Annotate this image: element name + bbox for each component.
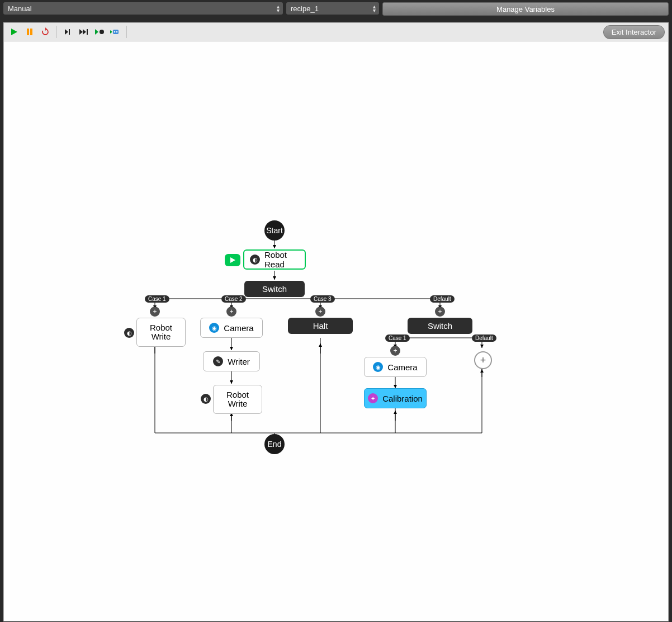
start-node[interactable]: Start bbox=[264, 220, 285, 241]
recipe-value: recipe_1 bbox=[291, 4, 319, 13]
case-pill[interactable]: Case 3 bbox=[310, 295, 335, 303]
add-step-button[interactable]: + bbox=[226, 307, 236, 317]
flowchart-canvas[interactable]: Start ◐ Robot Read Switch Case 1 Case 2 … bbox=[3, 41, 669, 621]
recipe-select[interactable]: recipe_1 ▴▾ bbox=[286, 2, 379, 15]
pause-icon bbox=[26, 28, 34, 36]
exit-label: Exit Interactor bbox=[612, 28, 656, 36]
robot-icon bbox=[110, 27, 120, 36]
robot-icon: ◐ bbox=[201, 394, 211, 404]
calibration-label: Calibration bbox=[382, 394, 423, 403]
svg-rect-8 bbox=[87, 29, 88, 35]
case-pill[interactable]: Default bbox=[430, 295, 455, 303]
toolbar-separator bbox=[126, 26, 127, 38]
writer-label: Writer bbox=[228, 357, 250, 366]
case-pill[interactable]: Case 1 bbox=[145, 295, 169, 303]
play-icon bbox=[10, 28, 18, 36]
run-to-icon bbox=[94, 28, 105, 36]
robot-write-node[interactable]: Robot Write bbox=[136, 318, 186, 347]
robot-icon: ◐ bbox=[124, 328, 134, 338]
svg-marker-7 bbox=[83, 29, 86, 35]
start-label: Start bbox=[266, 226, 283, 235]
add-step-button[interactable]: + bbox=[150, 307, 160, 317]
robot-step-button[interactable] bbox=[108, 25, 122, 39]
play-icon bbox=[229, 257, 236, 263]
camera-label: Camera bbox=[224, 323, 253, 333]
svg-point-10 bbox=[100, 30, 104, 34]
reset-button[interactable] bbox=[39, 25, 52, 39]
robot-read-label: Robot Read bbox=[264, 250, 299, 269]
robot-write-label: Robot Write bbox=[219, 390, 256, 409]
mode-value: Manual bbox=[8, 4, 32, 13]
toolbar-separator bbox=[56, 26, 57, 38]
camera-node[interactable]: ◉ Camera bbox=[364, 357, 427, 377]
svg-rect-1 bbox=[27, 29, 29, 35]
step-over-icon bbox=[64, 28, 73, 36]
mode-select[interactable]: Manual ▴▾ bbox=[3, 2, 283, 15]
chevron-up-down-icon: ▴▾ bbox=[277, 4, 280, 12]
svg-marker-9 bbox=[95, 29, 98, 35]
reset-icon bbox=[41, 27, 50, 36]
svg-marker-6 bbox=[79, 29, 83, 35]
end-node[interactable]: End bbox=[264, 434, 285, 454]
case-pill[interactable]: Case 1 bbox=[385, 334, 410, 342]
chevron-up-down-icon: ▴▾ bbox=[373, 4, 376, 12]
switch-label: Switch bbox=[428, 321, 452, 331]
svg-rect-5 bbox=[69, 29, 70, 35]
toolbar: Exit Interactor bbox=[3, 22, 669, 41]
pause-button[interactable] bbox=[23, 25, 36, 39]
svg-rect-11 bbox=[113, 30, 119, 34]
calibration-icon: ✦ bbox=[368, 393, 378, 403]
robot-write-label: Robot Write bbox=[143, 323, 179, 342]
step-end-button[interactable] bbox=[77, 25, 91, 39]
top-header: Manual ▴▾ recipe_1 ▴▾ Manage Variables bbox=[0, 0, 672, 18]
switch-node[interactable]: Switch bbox=[244, 281, 305, 297]
robot-read-node[interactable]: ◐ Robot Read bbox=[243, 249, 306, 270]
camera-icon: ◉ bbox=[373, 362, 383, 372]
svg-marker-4 bbox=[65, 29, 68, 35]
svg-point-13 bbox=[116, 31, 118, 33]
halt-label: Halt bbox=[313, 321, 328, 331]
camera-icon: ◉ bbox=[209, 323, 219, 333]
switch-node[interactable]: Switch bbox=[408, 318, 472, 334]
svg-rect-2 bbox=[30, 29, 32, 35]
add-step-button[interactable]: + bbox=[435, 307, 445, 317]
current-step-indicator bbox=[225, 254, 240, 266]
switch-label: Switch bbox=[262, 284, 287, 294]
svg-marker-0 bbox=[11, 29, 17, 35]
svg-marker-14 bbox=[110, 30, 112, 34]
svg-point-12 bbox=[114, 31, 116, 33]
manage-variables-button[interactable]: Manage Variables bbox=[382, 2, 669, 16]
end-label: End bbox=[268, 440, 282, 449]
svg-marker-41 bbox=[230, 257, 235, 263]
halt-node[interactable]: Halt bbox=[288, 318, 353, 334]
writer-node[interactable]: ✎ Writer bbox=[203, 351, 260, 371]
step-end-icon bbox=[79, 28, 89, 36]
run-to-button[interactable] bbox=[93, 25, 106, 39]
add-branch-button[interactable]: + bbox=[474, 351, 492, 369]
play-button[interactable] bbox=[7, 25, 21, 39]
robot-icon: ◐ bbox=[250, 255, 260, 265]
exit-interactor-button[interactable]: Exit Interactor bbox=[603, 25, 665, 39]
camera-label: Camera bbox=[387, 362, 417, 372]
robot-write-node[interactable]: Robot Write bbox=[213, 385, 262, 414]
writer-icon: ✎ bbox=[213, 356, 223, 366]
camera-node[interactable]: ◉ Camera bbox=[200, 318, 263, 338]
calibration-node[interactable]: ✦ Calibration bbox=[364, 388, 427, 408]
case-pill[interactable]: Case 2 bbox=[221, 295, 246, 303]
manage-label: Manage Variables bbox=[496, 5, 555, 13]
add-step-button[interactable]: + bbox=[315, 307, 325, 317]
case-pill[interactable]: Default bbox=[472, 334, 496, 342]
step-over-button[interactable] bbox=[61, 25, 75, 39]
svg-marker-3 bbox=[45, 27, 47, 31]
add-step-button[interactable]: + bbox=[390, 346, 400, 356]
